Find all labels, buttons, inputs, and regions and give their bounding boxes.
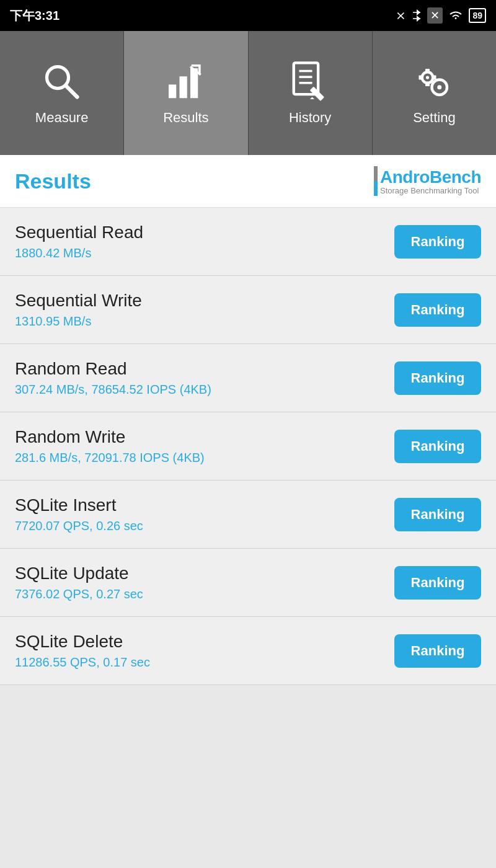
result-info: Random Read307.24 MB/s, 78654.52 IOPS (4… [15, 359, 211, 397]
result-info: SQLite Insert7720.07 QPS, 0.26 sec [15, 495, 143, 533]
result-value: 7376.02 QPS, 0.27 sec [15, 587, 143, 601]
result-value: 1880.42 MB/s [15, 246, 143, 260]
tab-setting[interactable]: Setting [373, 31, 496, 155]
result-name: Sequential Read [15, 223, 143, 242]
measure-icon [40, 60, 84, 104]
result-row: Sequential Write1310.95 MB/sRanking [0, 276, 496, 344]
result-row: Sequential Read1880.42 MB/sRanking [0, 208, 496, 276]
result-value: 307.24 MB/s, 78654.52 IOPS (4KB) [15, 383, 211, 397]
bluetooth-icon [411, 9, 422, 22]
result-name: Random Read [15, 359, 211, 379]
tab-history-label: History [289, 110, 331, 126]
result-row: SQLite Delete11286.55 QPS, 0.17 secRanki… [0, 617, 496, 685]
ranking-button[interactable]: Ranking [394, 498, 481, 531]
brand-name-1: Andro [380, 167, 430, 187]
ranking-button[interactable]: Ranking [394, 225, 481, 259]
tab-measure[interactable]: Measure [0, 31, 124, 155]
brand-text: AndroBench Storage Benchmarking Tool [380, 167, 481, 195]
svg-point-15 [426, 76, 429, 79]
result-name: SQLite Insert [15, 495, 143, 515]
page-title: Results [15, 169, 91, 193]
result-name: SQLite Delete [15, 632, 150, 652]
wifi-icon [448, 9, 464, 22]
nav-tabs: Measure Results History [0, 31, 496, 155]
status-icons: ⨯ ✕ 89 [396, 7, 486, 24]
svg-rect-19 [425, 83, 430, 86]
result-value: 281.6 MB/s, 72091.78 IOPS (4KB) [15, 451, 205, 465]
ranking-button[interactable]: Ranking [394, 293, 481, 327]
result-row: SQLite Update7376.02 QPS, 0.27 secRankin… [0, 549, 496, 617]
setting-icon [412, 60, 456, 104]
result-info: Sequential Read1880.42 MB/s [15, 223, 143, 260]
brand-logo: AndroBench Storage Benchmarking Tool [374, 166, 481, 196]
result-name: SQLite Update [15, 564, 143, 583]
ranking-button[interactable]: Ranking [394, 430, 481, 463]
result-info: SQLite Delete11286.55 QPS, 0.17 sec [15, 632, 150, 670]
tab-setting-label: Setting [413, 110, 456, 126]
svg-marker-13 [310, 97, 314, 100]
svg-rect-20 [419, 76, 422, 80]
svg-rect-5 [179, 76, 187, 98]
battery-icon: 89 [469, 8, 486, 23]
page-header: Results AndroBench Storage Benchmarking … [0, 155, 496, 208]
svg-point-17 [438, 85, 442, 89]
results-list: Sequential Read1880.42 MB/sRankingSequen… [0, 208, 496, 685]
brand-bar [374, 166, 378, 196]
result-row: SQLite Insert7720.07 QPS, 0.26 secRankin… [0, 480, 496, 549]
result-value: 11286.55 QPS, 0.17 sec [15, 655, 150, 670]
brand-sub: Storage Benchmarking Tool [380, 186, 481, 195]
ranking-button[interactable]: Ranking [394, 566, 481, 600]
result-name: Sequential Write [15, 291, 142, 311]
status-bar: 下午3:31 ⨯ ✕ 89 [0, 0, 496, 31]
bluetooth-icon: ⨯ [396, 8, 406, 23]
result-value: 1310.95 MB/s [15, 314, 142, 329]
result-info: SQLite Update7376.02 QPS, 0.27 sec [15, 564, 143, 601]
result-info: Random Write281.6 MB/s, 72091.78 IOPS (4… [15, 427, 205, 465]
tab-results[interactable]: Results [124, 31, 248, 155]
svg-rect-21 [433, 76, 436, 80]
ranking-button[interactable]: Ranking [394, 361, 481, 395]
tab-measure-label: Measure [35, 110, 89, 126]
svg-rect-4 [169, 84, 176, 98]
brand-name: AndroBench [380, 167, 481, 187]
svg-line-3 [66, 86, 77, 97]
result-row: Random Read307.24 MB/s, 78654.52 IOPS (4… [0, 344, 496, 412]
brand-name-2: Bench [430, 167, 481, 187]
result-name: Random Write [15, 427, 205, 447]
history-icon [288, 60, 332, 104]
battery-level: 89 [472, 11, 482, 20]
results-icon [164, 60, 208, 104]
tab-history[interactable]: History [249, 31, 373, 155]
result-row: Random Write281.6 MB/s, 72091.78 IOPS (4… [0, 412, 496, 480]
result-value: 7720.07 QPS, 0.26 sec [15, 519, 143, 533]
ranking-button[interactable]: Ranking [394, 634, 481, 668]
close-icon: ✕ [427, 7, 443, 24]
svg-rect-18 [425, 69, 430, 72]
result-info: Sequential Write1310.95 MB/s [15, 291, 142, 329]
tab-results-label: Results [163, 110, 208, 126]
status-time: 下午3:31 [10, 7, 60, 24]
